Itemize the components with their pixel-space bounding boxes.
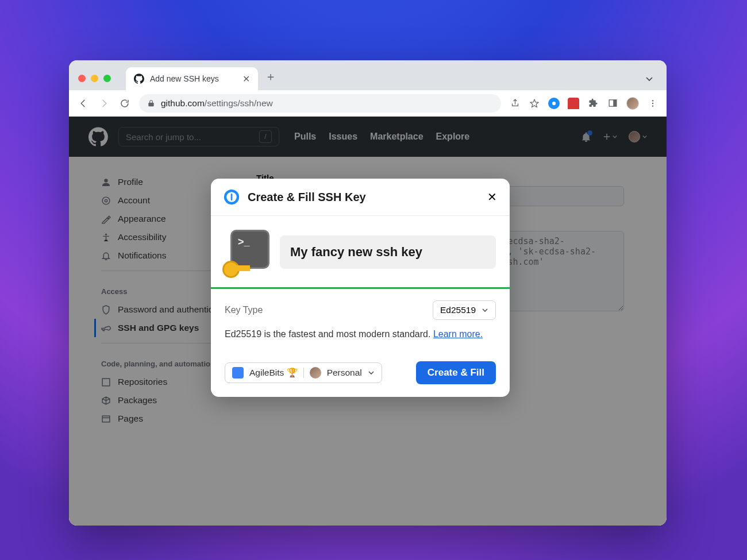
extension-icon[interactable] xyxy=(568,98,579,109)
url-field[interactable]: github.com/settings/ssh/new xyxy=(139,94,501,113)
page-content: Search or jump to... / Pulls Issues Mark… xyxy=(69,117,667,526)
side-panel-button[interactable] xyxy=(607,98,618,109)
svg-point-4 xyxy=(652,105,653,106)
modal-title: Create & Fill SSH Key xyxy=(248,191,366,204)
minimize-window-button[interactable] xyxy=(91,75,98,82)
zoom-window-button[interactable] xyxy=(103,75,111,82)
reload-button[interactable] xyxy=(118,97,131,110)
divider xyxy=(211,287,510,289)
profile-avatar[interactable] xyxy=(626,97,639,110)
bookmark-button[interactable] xyxy=(529,98,540,109)
create-ssh-key-modal: Create & Fill SSH Key ✕ Key Type Ed25519 xyxy=(211,179,510,397)
svg-rect-10 xyxy=(231,194,233,200)
ssh-key-icon xyxy=(225,230,269,275)
browser-tab[interactable]: Add new SSH keys ✕ xyxy=(126,67,258,90)
1password-extension-icon[interactable] xyxy=(548,98,560,109)
close-modal-button[interactable]: ✕ xyxy=(487,190,497,204)
extensions-button[interactable] xyxy=(587,98,599,109)
account-icon xyxy=(232,367,244,379)
1password-icon xyxy=(224,189,240,205)
back-button[interactable] xyxy=(77,97,90,110)
share-button[interactable] xyxy=(509,98,521,109)
learn-more-link[interactable]: Learn more. xyxy=(433,329,483,339)
svg-rect-1 xyxy=(613,100,617,106)
close-tab-button[interactable]: ✕ xyxy=(242,74,250,84)
browser-menu-button[interactable] xyxy=(647,98,659,109)
key-type-label: Key Type xyxy=(225,305,263,315)
window-controls xyxy=(77,75,115,90)
chevron-down-icon xyxy=(368,369,375,376)
browser-window: Add new SSH keys ✕ ＋ github.com/settings… xyxy=(69,60,667,526)
tabs-dropdown-button[interactable] xyxy=(645,74,654,83)
svg-point-2 xyxy=(652,100,653,101)
new-tab-button[interactable]: ＋ xyxy=(265,69,276,84)
forward-button[interactable] xyxy=(98,97,110,110)
key-name-input[interactable] xyxy=(280,235,496,269)
key-type-select[interactable]: Ed25519 xyxy=(433,300,496,320)
close-window-button[interactable] xyxy=(78,75,86,82)
tab-bar: Add new SSH keys ✕ ＋ xyxy=(69,60,667,90)
svg-point-3 xyxy=(652,102,653,103)
lock-icon xyxy=(147,99,155,107)
create-fill-button[interactable]: Create & Fill xyxy=(416,361,496,384)
tab-title: Add new SSH keys xyxy=(150,74,219,83)
chevron-down-icon xyxy=(482,307,488,314)
address-bar: github.com/settings/ssh/new xyxy=(69,90,667,117)
vault-selector[interactable]: AgileBits 🏆 Personal xyxy=(225,362,382,383)
key-type-description: Ed25519 is the fastest and most modern s… xyxy=(225,329,430,339)
vault-avatar-icon xyxy=(310,367,321,379)
github-icon xyxy=(134,74,144,84)
